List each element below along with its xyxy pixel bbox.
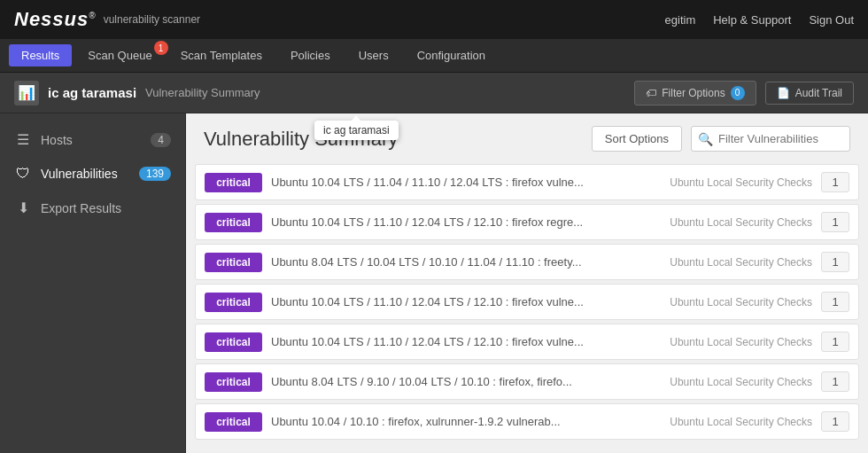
breadcrumb-right: 🏷 Filter Options 0 📄 Audit Trail [634, 81, 854, 105]
sidebar-item-export-left: ⬇ Export Results [14, 199, 121, 216]
nav-bar: Results Scan Queue 1 Scan Templates Poli… [0, 39, 868, 73]
doc-icon: 📄 [777, 87, 790, 99]
sidebar-item-hosts[interactable]: ☰ Hosts 4 [0, 122, 185, 157]
vuln-category: Ubuntu Local Security Checks [644, 216, 812, 229]
top-links: egitim Help & Support Sign Out [665, 13, 854, 27]
vuln-description: Ubuntu 10.04 LTS / 11.10 / 12.04 LTS / 1… [271, 295, 635, 309]
export-label: Export Results [41, 201, 121, 215]
vuln-count: 1 [821, 411, 849, 432]
nav-scan-queue[interactable]: Scan Queue 1 [75, 44, 164, 66]
vuln-category: Ubuntu Local Security Checks [644, 296, 812, 309]
hosts-label: Hosts [41, 133, 73, 147]
hosts-icon: ☰ [14, 131, 32, 148]
vuln-category: Ubuntu Local Security Checks [644, 256, 812, 269]
sidebar-item-vuln-left: 🛡 Vulnerabilities [14, 166, 118, 182]
filter-vulnerabilities-input[interactable] [691, 126, 850, 152]
vuln-category: Ubuntu Local Security Checks [644, 336, 812, 348]
table-row[interactable]: critical Ubuntu 8.04 LTS / 9.10 / 10.04 … [195, 363, 859, 400]
tag-icon: 🏷 [646, 87, 656, 99]
logo: Nessus® [14, 8, 97, 31]
scan-queue-badge: 1 [154, 41, 168, 55]
nav-results[interactable]: Results [9, 44, 72, 66]
vuln-description: Ubuntu 8.04 LTS / 9.10 / 10.04 LTS / 10.… [271, 375, 635, 388]
vuln-category: Ubuntu Local Security Checks [644, 416, 812, 428]
shield-icon: 🛡 [14, 166, 32, 182]
hosts-count: 4 [151, 133, 171, 147]
vuln-description: Ubuntu 10.04 / 10.10 : firefox, xulrunne… [271, 415, 635, 428]
audit-trail-button[interactable]: 📄 Audit Trail [765, 82, 854, 105]
table-row[interactable]: critical Ubuntu 10.04 LTS / 11.04 / 11.1… [195, 164, 859, 200]
table-row[interactable]: critical Ubuntu 10.04 LTS / 11.10 / 12.0… [195, 284, 859, 320]
filter-options-label: Filter Options [662, 87, 725, 99]
logo-area: Nessus® vulnerability scanner [14, 8, 200, 31]
critical-badge: critical [205, 213, 262, 232]
critical-badge: critical [205, 173, 262, 192]
user-link[interactable]: egitim [665, 13, 696, 27]
logo-text: Nessus [14, 8, 89, 30]
help-link[interactable]: Help & Support [713, 13, 791, 27]
filter-input-wrap: 🔍 [691, 126, 850, 152]
content-area: Vulnerability Summary Sort Options 🔍 cri… [186, 113, 868, 453]
breadcrumb-title: ic ag taramasi [48, 85, 136, 100]
vulnerabilities-count: 139 [139, 167, 171, 181]
breadcrumb-sub: Vulnerability Summary [145, 86, 260, 99]
vuln-description: Ubuntu 10.04 LTS / 11.10 / 12.04 LTS / 1… [271, 335, 635, 348]
vulnerabilities-label: Vulnerabilities [41, 167, 118, 181]
vuln-category: Ubuntu Local Security Checks [644, 376, 812, 388]
signout-link[interactable]: Sign Out [809, 13, 854, 27]
sidebar-item-hosts-left: ☰ Hosts [14, 131, 73, 148]
table-row[interactable]: critical Ubuntu 10.04 LTS / 11.10 / 12.0… [195, 204, 859, 240]
nav-policies[interactable]: Policies [278, 44, 343, 66]
vuln-count: 1 [821, 332, 849, 352]
vuln-count: 1 [821, 172, 849, 192]
vuln-count: 1 [821, 252, 849, 272]
vuln-description: Ubuntu 8.04 LTS / 10.04 LTS / 10.10 / 11… [271, 255, 635, 269]
sidebar-item-vulnerabilities[interactable]: 🛡 Vulnerabilities 139 [0, 157, 185, 191]
nav-scan-queue-label: Scan Queue [88, 49, 151, 62]
top-bar: Nessus® vulnerability scanner egitim Hel… [0, 0, 868, 39]
search-icon: 🔍 [698, 132, 713, 146]
table-row[interactable]: critical Ubuntu 8.04 LTS / 10.04 LTS / 1… [195, 244, 859, 280]
critical-badge: critical [205, 372, 262, 392]
content-controls: Sort Options 🔍 [592, 126, 850, 152]
filter-options-button[interactable]: 🏷 Filter Options 0 [634, 81, 756, 105]
critical-badge: critical [205, 253, 262, 272]
logo-subtitle: vulnerability scanner [104, 13, 200, 26]
content-header: Vulnerability Summary Sort Options 🔍 [186, 113, 868, 164]
vuln-description: Ubuntu 10.04 LTS / 11.04 / 11.10 / 12.04… [271, 176, 635, 189]
breadcrumb-bar: 📊 ic ag taramasi Vulnerability Summary 🏷… [0, 73, 868, 113]
nav-scan-templates[interactable]: Scan Templates [168, 44, 275, 66]
nav-configuration[interactable]: Configuration [405, 44, 498, 66]
nav-users[interactable]: Users [346, 44, 401, 66]
breadcrumb-tooltip: ic ag taramasi [314, 121, 399, 140]
breadcrumb-left: 📊 ic ag taramasi Vulnerability Summary [14, 81, 260, 105]
audit-trail-label: Audit Trail [795, 87, 842, 99]
critical-badge: critical [205, 293, 262, 312]
filter-badge: 0 [731, 86, 745, 100]
logo-reg: ® [89, 11, 96, 20]
download-icon: ⬇ [14, 199, 32, 216]
table-row[interactable]: critical Ubuntu 10.04 / 10.10 : firefox,… [195, 403, 859, 440]
sidebar-item-export[interactable]: ⬇ Export Results [0, 191, 185, 225]
critical-badge: critical [205, 332, 262, 352]
vuln-count: 1 [821, 371, 849, 392]
sidebar: ☰ Hosts 4 🛡 Vulnerabilities 139 ⬇ Export… [0, 113, 186, 453]
main-layout: ☰ Hosts 4 🛡 Vulnerabilities 139 ⬇ Export… [0, 113, 868, 453]
vuln-count: 1 [821, 212, 849, 232]
breadcrumb-icon: 📊 [14, 81, 39, 105]
vulnerability-list: critical Ubuntu 10.04 LTS / 11.04 / 11.1… [186, 164, 868, 440]
vuln-count: 1 [821, 292, 849, 312]
table-row[interactable]: critical Ubuntu 10.04 LTS / 11.10 / 12.0… [195, 324, 859, 360]
sort-options-button[interactable]: Sort Options [592, 126, 682, 152]
vuln-category: Ubuntu Local Security Checks [644, 176, 812, 189]
vuln-description: Ubuntu 10.04 LTS / 11.10 / 12.04 LTS / 1… [271, 215, 635, 229]
critical-badge: critical [205, 412, 262, 432]
